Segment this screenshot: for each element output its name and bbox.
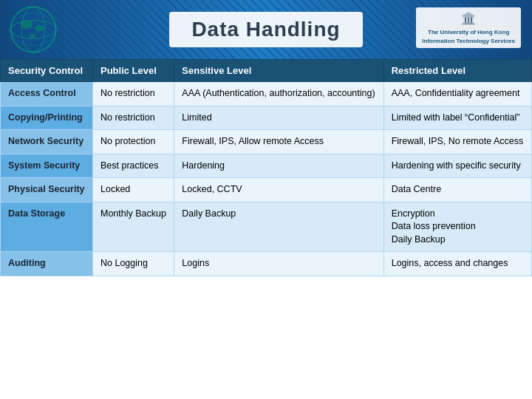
cell-sensitive: Daily Backup	[174, 202, 383, 252]
cell-restricted: AAA, Confidentiality agreement	[383, 82, 531, 106]
cell-public: Monthly Backup	[93, 202, 174, 252]
cell-public: No restriction	[93, 82, 174, 106]
col-restricted-level: Restricted Level	[383, 60, 531, 82]
cell-control: Physical Security	[1, 178, 93, 202]
hku-emblem: 🏛️	[422, 10, 515, 27]
cell-sensitive: Firewall, IPS, Allow remote Access	[174, 130, 383, 154]
table-row: AuditingNo LoggingLoginsLogins, access a…	[1, 252, 532, 276]
cell-public: No restriction	[93, 106, 174, 130]
cell-restricted: Data Centre	[383, 178, 531, 202]
table-row: Physical SecurityLockedLocked, CCTVData …	[1, 178, 532, 202]
cell-control: Access Control	[1, 82, 93, 106]
table-row: Access ControlNo restrictionAAA (Authent…	[1, 82, 532, 106]
table-row: System SecurityBest practicesHardeningHa…	[1, 154, 532, 178]
cell-control: Copying/Printing	[1, 106, 93, 130]
svg-point-7	[28, 33, 36, 38]
col-sensitive-level: Sensitive Level	[174, 60, 383, 82]
cell-public: No Logging	[93, 252, 174, 276]
table-header-row: Security Control Public Level Sensitive …	[1, 60, 532, 82]
cell-restricted: EncryptionData loss preventionDaily Back…	[383, 202, 531, 252]
cell-control: System Security	[1, 154, 93, 178]
data-handling-table: Security Control Public Level Sensitive …	[0, 59, 532, 276]
cell-restricted: Firewall, IPS, No remote Access	[383, 130, 531, 154]
table-row: Copying/PrintingNo restrictionLimitedLim…	[1, 106, 532, 130]
table-row: Network SecurityNo protectionFirewall, I…	[1, 130, 532, 154]
col-public-level: Public Level	[93, 60, 174, 82]
university-logo: 🏛️ The University of Hong Kong Informati…	[416, 7, 521, 48]
cell-control: Data Storage	[1, 202, 93, 252]
cell-public: No protection	[93, 130, 174, 154]
cell-restricted: Limited with label “Confidential”	[383, 106, 531, 130]
cell-restricted: Hardening with specific security	[383, 154, 531, 178]
cell-public: Best practices	[93, 154, 174, 178]
svg-point-5	[21, 20, 34, 29]
cell-sensitive: Hardening	[174, 154, 383, 178]
cell-sensitive: Logins	[174, 252, 383, 276]
col-security-control: Security Control	[1, 60, 93, 82]
cell-control: Auditing	[1, 252, 93, 276]
cell-control: Network Security	[1, 130, 93, 154]
cell-sensitive: Locked, CCTV	[174, 178, 383, 202]
cell-sensitive: Limited	[174, 106, 383, 130]
page-title: Data Handling	[169, 12, 362, 47]
table-row: Data StorageMonthly BackupDaily BackupEn…	[1, 202, 532, 252]
header-banner: Data Handling 🏛️ The University of Hong …	[0, 0, 532, 59]
cell-public: Locked	[93, 178, 174, 202]
svg-point-4	[10, 7, 55, 52]
svg-point-6	[35, 25, 45, 32]
cell-sensitive: AAA (Authentication, authorization, acco…	[174, 82, 383, 106]
globe-icon	[7, 4, 59, 55]
cell-restricted: Logins, access and changes	[383, 252, 531, 276]
